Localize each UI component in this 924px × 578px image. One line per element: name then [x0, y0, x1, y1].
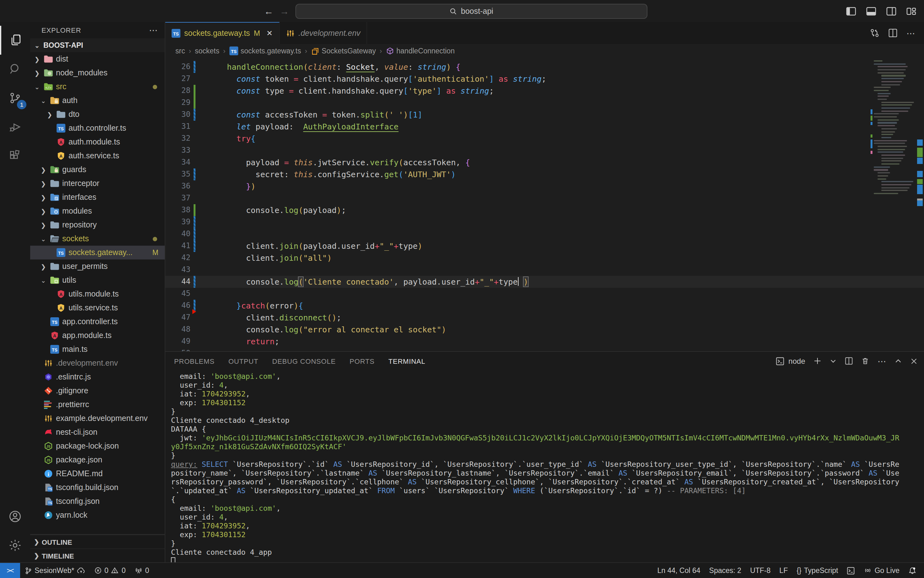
code-line-36[interactable]: 36 }) — [165, 180, 924, 192]
tree-item-interfaces[interactable]: ❯interfaces — [30, 190, 165, 204]
code-line-31[interactable]: 31 let payload: AuthPayloadInterface — [165, 121, 924, 133]
notifications-bell-item[interactable] — [904, 567, 924, 575]
tree-item-utils-service-ts[interactable]: Autils.service.ts — [30, 301, 165, 315]
tree-item-sockets[interactable]: ⌄sockets — [30, 232, 165, 246]
tree-item-dto[interactable]: ❯dto — [30, 107, 165, 121]
close-panel-icon[interactable] — [910, 357, 918, 365]
code-line-43[interactable]: 43 — [165, 264, 924, 276]
activity-debug-icon[interactable] — [0, 112, 30, 141]
tree-item-user-permits[interactable]: ❯user_permits — [30, 260, 165, 273]
activity-explorer-icon[interactable] — [0, 26, 30, 55]
kill-terminal-icon[interactable] — [861, 357, 869, 365]
tree-item--development-env[interactable]: .development.env — [30, 356, 165, 370]
account-icon[interactable] — [0, 502, 30, 531]
indentation-item[interactable]: Spaces: 2 — [704, 567, 745, 574]
code-line-28[interactable]: 28 const type = client.handshake.query['… — [165, 85, 924, 97]
nav-forward-icon[interactable]: → — [280, 6, 289, 16]
workspace-root-row[interactable]: ⌄ BOOST-API — [30, 38, 165, 52]
tree-item-repository[interactable]: ❯repository — [30, 218, 165, 232]
code-line-37[interactable]: 37 — [165, 192, 924, 204]
cursor-position-item[interactable]: Ln 44, Col 64 — [653, 567, 705, 574]
activity-extensions-icon[interactable] — [0, 141, 30, 170]
breadcrumb-item-sockets[interactable]: sockets — [195, 47, 220, 55]
code-line-32[interactable]: 32 try{ — [165, 133, 924, 144]
code-line-49[interactable]: 49 return; — [165, 336, 924, 347]
panel-tab-problems[interactable]: PROBLEMS — [174, 357, 215, 365]
code-line-30[interactable]: 30 const accessToken = token.split(' ')[… — [165, 109, 924, 121]
tree-item--eslintrc-js[interactable]: .eslintrc.js — [30, 370, 165, 384]
tree-item-main-ts[interactable]: TSmain.ts — [30, 343, 165, 356]
code-line-40[interactable]: 40 — [165, 228, 924, 240]
activity-search-icon[interactable] — [0, 55, 30, 84]
encoding-item[interactable]: UTF-8 — [746, 567, 775, 574]
code-line-38[interactable]: 38 console.log(payload); — [165, 204, 924, 216]
panel-tab-debug-console[interactable]: DEBUG CONSOLE — [272, 357, 336, 365]
tree-item-interceptor[interactable]: ❯interceptor — [30, 177, 165, 190]
toggle-sidebar-icon[interactable] — [846, 6, 856, 15]
tree-item-auth-controller-ts[interactable]: TSauth.controller.ts — [30, 121, 165, 135]
git-branch-item[interactable]: SesionWeb* — [20, 563, 90, 578]
close-tab-icon[interactable]: ✕ — [266, 29, 272, 38]
remote-indicator[interactable]: >< — [0, 563, 20, 578]
toggle-panel-icon[interactable] — [866, 6, 876, 15]
code-line-29[interactable]: 29 — [165, 97, 924, 109]
breadcrumb-item-sockets-gateway-ts[interactable]: TSsockets.gateway.ts — [229, 47, 301, 55]
code-line-35[interactable]: 35 secret: this.configService.get('AUTH_… — [165, 168, 924, 180]
compare-changes-icon[interactable] — [870, 28, 879, 38]
tree-item-app-module-ts[interactable]: Aapp.module.ts — [30, 329, 165, 343]
tree-item-nest-cli-json[interactable]: nest-cli.json — [30, 425, 165, 439]
minimap[interactable] — [874, 60, 915, 203]
code-line-33[interactable]: 33 — [165, 144, 924, 156]
tab--development-env[interactable]: .development.env — [280, 22, 368, 44]
command-center-search[interactable]: boost-api — [295, 3, 647, 18]
tree-item-tsconfig-json[interactable]: TStsconfig.json — [30, 494, 165, 508]
terminal-output[interactable]: email: 'boost@api.com', user_id: 4, iat:… — [165, 370, 924, 562]
code-line-47[interactable]: 47 client.disconnect(); — [165, 312, 924, 323]
tree-item-utils[interactable]: ⌄utils — [30, 273, 165, 287]
outline-section-header[interactable]: ❯ OUTLINE — [30, 535, 165, 549]
panel-more-actions-icon[interactable]: ⋯ — [877, 356, 886, 366]
tree-item--prettierrc[interactable]: .prettierrc — [30, 398, 165, 411]
code-line-48[interactable]: 48 console.log("error al conectar el soc… — [165, 323, 924, 336]
tree-item-utils-module-ts[interactable]: Autils.module.ts — [30, 287, 165, 301]
language-mode-item[interactable]: {} TypeScript — [792, 567, 843, 574]
tree-item-sockets-gateway-[interactable]: TSsockets.gateway...M — [30, 246, 165, 260]
tree-item-auth[interactable]: ⌄auth — [30, 94, 165, 107]
split-editor-icon[interactable] — [888, 28, 898, 38]
go-live-item[interactable]: Go Live — [860, 567, 904, 574]
ports-item[interactable]: 0 — [130, 563, 154, 578]
terminal-status-item[interactable] — [843, 567, 860, 575]
tree-item-app-controller-ts[interactable]: TSapp.controller.ts — [30, 315, 165, 329]
code-line-46[interactable]: 46 }catch(error){ — [165, 300, 924, 312]
settings-gear-icon[interactable] — [0, 531, 30, 560]
tree-item--gitignore[interactable]: .gitignore — [30, 384, 165, 398]
code-line-39[interactable]: 39 — [165, 216, 924, 228]
code-line-42[interactable]: 42 client.join("all") — [165, 252, 924, 264]
customize-layout-icon[interactable] — [906, 6, 916, 15]
tree-item-src[interactable]: ⌄</>src — [30, 80, 165, 94]
tree-item-yarn-lock[interactable]: yarn.lock — [30, 508, 165, 522]
timeline-section-header[interactable]: ❯ TIMELINE — [30, 549, 165, 562]
terminal-shell-item[interactable]: node — [776, 357, 805, 365]
tree-item-package-lock-json[interactable]: JSpackage-lock.json — [30, 439, 165, 453]
tree-item-readme-md[interactable]: iREADME.md — [30, 467, 165, 481]
code-line-34[interactable]: 34 payload = this.jwtService.verify(acce… — [165, 156, 924, 168]
code-line-45[interactable]: 45 — [165, 288, 924, 300]
explorer-more-actions-icon[interactable]: ⋯ — [149, 25, 158, 35]
code-line-26[interactable]: 26handleConnection(client: Socket, value… — [165, 61, 924, 73]
new-terminal-icon[interactable] — [813, 357, 822, 365]
tree-item-auth-service-ts[interactable]: Aauth.service.ts — [30, 149, 165, 163]
tree-item-example-development-env[interactable]: example.development.env — [30, 411, 165, 425]
panel-tab-terminal[interactable]: TERMINAL — [389, 357, 426, 365]
problems-item[interactable]: 0 0 — [90, 563, 130, 578]
breadcrumb-item-src[interactable]: src — [176, 47, 185, 55]
panel-tab-ports[interactable]: PORTS — [350, 357, 374, 365]
eol-item[interactable]: LF — [775, 567, 792, 574]
terminal-dropdown-icon[interactable] — [830, 357, 837, 364]
maximize-panel-icon[interactable] — [895, 357, 902, 365]
activity-source-control-icon[interactable]: 1 — [0, 84, 30, 112]
code-line-41[interactable]: 41 client.join(payload.user_id+"_"+type) — [165, 240, 924, 252]
tree-item-package-json[interactable]: JSpackage.json — [30, 453, 165, 467]
breadcrumb-item-socketsgateway[interactable]: SocketsGateway — [311, 47, 376, 55]
code-editor[interactable]: 26handleConnection(client: Socket, value… — [165, 58, 924, 351]
